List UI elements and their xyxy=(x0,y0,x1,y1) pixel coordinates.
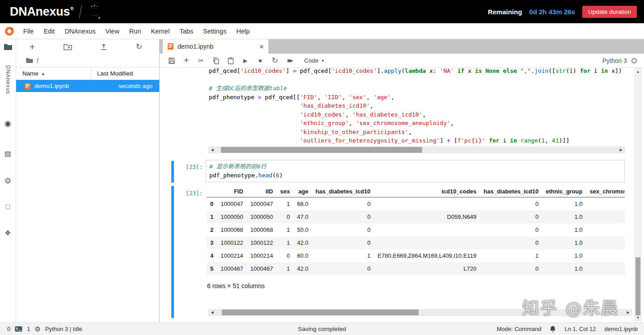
close-tab-icon[interactable]: × xyxy=(259,43,264,50)
scrollbar-thumb[interactable] xyxy=(221,147,422,153)
code-line[interactable]: pdf_qced['icd10_codes'] = pdf_qced['icd1… xyxy=(209,68,625,75)
code-cell-editor[interactable]: pdf_qced['icd10_codes'] = pdf_qced['icd1… xyxy=(209,68,625,147)
dnanexus-logo[interactable]: DNAnexus® xyxy=(10,5,73,19)
scrollbar-thumb[interactable] xyxy=(636,257,640,315)
code-line[interactable]: 'ethnic_group', 'sex_chromosome_aneuploi… xyxy=(209,119,625,128)
topbar: DNAnexus® Remaining 0d 2h 43m 26s Update… xyxy=(0,0,644,23)
row-index: 3 xyxy=(207,236,217,249)
divider xyxy=(79,5,82,18)
sidebar-tab-dnanexus[interactable]: DNAnexus xyxy=(5,65,11,94)
new-launcher-button[interactable]: + xyxy=(30,42,35,52)
scroll-right-icon[interactable]: ▶ xyxy=(618,147,624,153)
vertical-scrollbar[interactable]: ▲ ▼ xyxy=(635,68,641,321)
output-collapser[interactable] xyxy=(171,186,174,318)
kernel-name[interactable]: Python 3 xyxy=(602,57,627,64)
kernel-status-icon[interactable] xyxy=(631,58,637,63)
command-mode-indicator[interactable]: Mode: Command xyxy=(497,326,542,332)
chevron-down-icon: ▾ xyxy=(322,58,324,63)
row-index: 2 xyxy=(207,223,217,236)
menu-edit[interactable]: Edit xyxy=(38,28,59,35)
stop-kernel-button[interactable]: ■ xyxy=(253,58,267,64)
table-cell: 50.0 xyxy=(293,223,312,236)
cursor-position[interactable]: Ln 1, Col 12 xyxy=(564,326,596,332)
code-cell-editor[interactable]: # 显示新表格的前6行pdf_phenotype.head(6) xyxy=(206,160,625,182)
property-inspector-icon[interactable]: ▤ xyxy=(4,149,11,158)
extensions-puzzle-icon[interactable]: ❖ xyxy=(4,229,11,237)
paste-cells-button[interactable] xyxy=(223,57,238,64)
scroll-left-icon[interactable]: ◀ xyxy=(209,147,216,153)
code-line[interactable]: # 生成QC后的表型数据table xyxy=(209,84,625,93)
menu-view[interactable]: View xyxy=(101,28,124,35)
run-cell-button[interactable]: ▶ xyxy=(238,58,253,64)
cut-cells-button[interactable]: ✂ xyxy=(194,57,208,65)
column-header: sex xyxy=(276,187,293,197)
terminals-count: 0 xyxy=(7,326,10,332)
cell-type-dropdown[interactable]: Code ▾ xyxy=(304,57,324,64)
table-cell: 0 xyxy=(480,197,542,211)
code-line[interactable] xyxy=(209,75,625,84)
terminal-icon[interactable] xyxy=(15,326,22,332)
code-line[interactable]: 'kinship_to_other_participants', xyxy=(209,128,625,137)
restart-kernel-button[interactable]: ↻ xyxy=(267,56,282,65)
code-line[interactable]: pdf_phenotype.head(6) xyxy=(209,171,621,180)
menu-items: FileEditDNAnexusViewRunKernelTabsSetting… xyxy=(18,28,254,35)
menu-kernel[interactable]: Kernel xyxy=(146,28,174,35)
table-row: 210000681000068150.0001.0 xyxy=(207,223,625,236)
menu-dnanexus[interactable]: DNAnexus xyxy=(59,28,100,35)
file-browser-icon[interactable] xyxy=(4,43,13,52)
code-line[interactable]: # 显示新表格的前6行 xyxy=(209,162,621,171)
code-line[interactable]: 'outliers_for_heterozygosity_or_missing'… xyxy=(209,136,625,145)
output-table: FIDIIDsexagehas_diabetes_icd10icd10_code… xyxy=(207,187,625,275)
file-row-demo1[interactable]: demo1.ipynb seconds ago xyxy=(16,80,159,92)
menu-tabs[interactable]: Tabs xyxy=(174,28,198,35)
restart-run-all-button[interactable]: ▶▶ xyxy=(282,58,297,63)
table-cell: 1000050 xyxy=(247,210,277,223)
scroll-right-icon[interactable]: ▶ xyxy=(625,310,631,315)
copy-cells-button[interactable] xyxy=(208,57,223,64)
scroll-up-icon[interactable]: ▲ xyxy=(635,68,641,75)
code-line[interactable]: pdf_phenotype = pdf_qced[['FID', 'IID', … xyxy=(209,93,625,102)
column-header: has_diabetes_icd10 xyxy=(480,187,542,197)
notification-bell-icon[interactable] xyxy=(550,326,556,332)
code-line[interactable]: 'has_diabetes_icd10', xyxy=(209,101,625,110)
column-header: ethnic_group xyxy=(542,187,586,197)
scroll-down-icon[interactable]: ▼ xyxy=(635,314,641,321)
kernel-sessions-icon[interactable]: ⚙ xyxy=(34,325,40,333)
update-duration-button[interactable]: Update duration xyxy=(582,6,637,18)
table-cell: 0 xyxy=(480,223,542,236)
breadcrumb-root[interactable]: / xyxy=(37,57,38,64)
save-button[interactable] xyxy=(164,57,179,64)
refresh-button[interactable]: ↻ xyxy=(136,42,142,51)
code-line[interactable]: 'icd10_codes', 'has_diabetes_icd10', xyxy=(209,110,625,119)
table-cell: 0 xyxy=(276,210,293,223)
table-cell: 1000467 xyxy=(247,262,277,275)
table-cell xyxy=(586,197,625,211)
menu-settings[interactable]: Settings xyxy=(198,28,231,35)
table-cell: 1000068 xyxy=(217,223,247,236)
new-folder-button[interactable] xyxy=(64,43,72,50)
add-cell-button[interactable]: + xyxy=(179,55,194,66)
table-cell: 0 xyxy=(480,236,542,249)
modified-column-header[interactable]: Last Modified xyxy=(91,67,159,80)
upload-button[interactable] xyxy=(100,43,107,50)
table-cell: 1000214 xyxy=(247,249,277,262)
cell-horizontal-scrollbar[interactable]: ◀ ▶ xyxy=(208,147,625,153)
scroll-left-icon[interactable]: ◀ xyxy=(209,310,216,315)
open-tabs-icon[interactable]: □ xyxy=(6,203,10,211)
home-folder-icon[interactable] xyxy=(26,58,33,63)
running-sessions-icon[interactable]: ◉ xyxy=(4,119,11,128)
table-cell: 42.0 xyxy=(293,236,312,249)
tab-demo1-ipynb[interactable]: demo1.ipynb × xyxy=(163,39,268,54)
notebook-tab-icon xyxy=(167,43,174,50)
sort-ascending-icon: ▲ xyxy=(41,71,45,76)
kernel-status-text[interactable]: Python 3 | Idle xyxy=(45,326,82,332)
menu-help[interactable]: Help xyxy=(231,28,254,35)
table-cell: 1.0 xyxy=(542,236,586,249)
tab-title: demo1.ipynb xyxy=(178,43,213,50)
scrollbar-thumb[interactable] xyxy=(222,310,419,315)
notebook-content: pdf_qced['icd10_codes'] = pdf_qced['icd1… xyxy=(160,68,644,322)
name-column-header[interactable]: Name ▲ xyxy=(16,67,91,80)
menu-file[interactable]: File xyxy=(18,28,38,35)
menu-run[interactable]: Run xyxy=(124,28,146,35)
settings-gear-icon[interactable]: ⚙ xyxy=(4,176,11,186)
